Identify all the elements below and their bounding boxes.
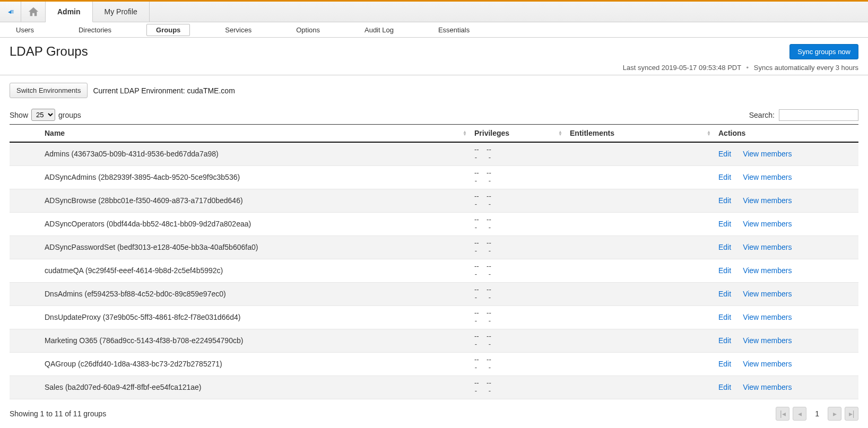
sort-icon: ▲▼ xyxy=(707,130,711,136)
table-row: QAGroup (c26dfd40-1d8a-4383-bc73-2d27b27… xyxy=(10,352,858,375)
tab-my-profile[interactable]: My Profile xyxy=(93,2,150,22)
privileges-cell: -- --- - xyxy=(471,189,567,212)
last-icon: ▸| xyxy=(849,409,855,418)
edit-link[interactable]: Edit xyxy=(718,313,731,321)
view-members-link[interactable]: View members xyxy=(743,150,792,158)
pager-last-button[interactable]: ▸| xyxy=(845,407,858,421)
view-members-link[interactable]: View members xyxy=(743,173,792,181)
entitlements-cell xyxy=(567,212,715,235)
privileges-cell: -- --- - xyxy=(471,375,567,399)
collapse-sidebar-button[interactable]: ◂≡ xyxy=(0,2,21,22)
entitlements-cell xyxy=(567,282,715,305)
prev-icon: ◂ xyxy=(798,409,802,418)
pager-first-button[interactable]: |◂ xyxy=(776,407,789,421)
edit-link[interactable]: Edit xyxy=(718,266,731,275)
table-row: ADSyncOperators (0bdf44da-bb52-48c1-bb09… xyxy=(10,212,858,235)
privileges-cell: -- --- - xyxy=(471,329,567,352)
entitlements-cell xyxy=(567,259,715,282)
entitlements-cell xyxy=(567,352,715,375)
sort-icon: ▲▼ xyxy=(463,130,467,136)
subtab-directories[interactable]: Directories xyxy=(69,24,121,36)
col-privileges[interactable]: Privileges ▲▼ xyxy=(471,125,567,143)
edit-link[interactable]: Edit xyxy=(718,290,731,298)
privileges-cell: -- --- - xyxy=(471,212,567,235)
col-actions-label: Actions xyxy=(718,129,745,137)
name-cell: ADSyncOperators (0bdf44da-bb52-48c1-bb09… xyxy=(41,212,471,235)
home-icon xyxy=(28,6,39,17)
expander-cell[interactable] xyxy=(10,189,41,212)
name-cell: Marketing O365 (786ad9cc-5143-4f38-b708-… xyxy=(41,329,471,352)
view-members-link[interactable]: View members xyxy=(743,313,792,321)
groups-table: Name ▲▼ Privileges ▲▼ Entitlements ▲▼ Ac… xyxy=(10,124,858,399)
view-members-link[interactable]: View members xyxy=(743,383,792,391)
subtab-users[interactable]: Users xyxy=(6,24,44,36)
subtab-audit-log[interactable]: Audit Log xyxy=(355,24,403,36)
name-cell: QAGroup (c26dfd40-1d8a-4383-bc73-2d27b27… xyxy=(41,352,471,375)
view-members-link[interactable]: View members xyxy=(743,243,792,251)
tab-admin[interactable]: Admin xyxy=(46,2,93,22)
sub-nav: Users Directories Groups Services Option… xyxy=(0,22,868,38)
expander-cell[interactable] xyxy=(10,352,41,375)
view-members-link[interactable]: View members xyxy=(743,220,792,228)
search-input[interactable] xyxy=(779,109,858,121)
subtab-options[interactable]: Options xyxy=(287,24,329,36)
name-cell: ADSyncAdmins (2b82939f-3895-4acb-9520-5c… xyxy=(41,165,471,189)
edit-link[interactable]: Edit xyxy=(718,336,731,345)
table-row: DnsAdmins (ef594253-bf88-4c52-bd0c-89c85… xyxy=(10,282,858,305)
col-name[interactable]: Name ▲▼ xyxy=(41,125,471,143)
subtab-groups[interactable]: Groups xyxy=(146,24,190,36)
switch-environments-button[interactable]: Switch Environments xyxy=(10,83,88,98)
home-button[interactable] xyxy=(21,2,46,22)
subtab-essentials[interactable]: Essentials xyxy=(429,24,479,36)
entitlements-cell xyxy=(567,142,715,165)
actions-cell: EditView members xyxy=(715,375,858,399)
expander-cell[interactable] xyxy=(10,375,41,399)
actions-cell: EditView members xyxy=(715,212,858,235)
actions-cell: EditView members xyxy=(715,259,858,282)
table-row: ADSyncPasswordSet (bedf3013-e128-405e-bb… xyxy=(10,235,858,259)
privileges-cell: -- --- - xyxy=(471,282,567,305)
expander-cell[interactable] xyxy=(10,282,41,305)
page-size-select[interactable]: 25 xyxy=(31,109,55,121)
view-members-link[interactable]: View members xyxy=(743,336,792,345)
sort-icon: ▲▼ xyxy=(558,130,562,136)
privileges-cell: -- --- - xyxy=(471,259,567,282)
edit-link[interactable]: Edit xyxy=(718,196,731,205)
table-row: DnsUpdateProxy (37e9b05c-5ff3-4861-8fc2-… xyxy=(10,305,858,329)
view-members-link[interactable]: View members xyxy=(743,290,792,298)
expander-cell[interactable] xyxy=(10,305,41,329)
expander-cell[interactable] xyxy=(10,235,41,259)
top-bar: ◂≡ Admin My Profile xyxy=(0,2,868,22)
edit-link[interactable]: Edit xyxy=(718,360,731,368)
pager-prev-button[interactable]: ◂ xyxy=(793,407,806,421)
expander-cell[interactable] xyxy=(10,212,41,235)
pager-next-button[interactable]: ▸ xyxy=(828,407,841,421)
view-members-link[interactable]: View members xyxy=(743,360,792,368)
sync-groups-button[interactable]: Sync groups now xyxy=(789,44,858,59)
name-cell: ADSyncBrowse (28bbc01e-f350-4609-a873-a7… xyxy=(41,189,471,212)
edit-link[interactable]: Edit xyxy=(718,243,731,251)
edit-link[interactable]: Edit xyxy=(718,173,731,181)
edit-link[interactable]: Edit xyxy=(718,150,731,158)
view-members-link[interactable]: View members xyxy=(743,196,792,205)
expander-cell[interactable] xyxy=(10,165,41,189)
expander-cell[interactable] xyxy=(10,329,41,352)
edit-link[interactable]: Edit xyxy=(718,220,731,228)
edit-link[interactable]: Edit xyxy=(718,383,731,391)
show-label-post: groups xyxy=(58,111,81,119)
page-title: LDAP Groups xyxy=(10,44,88,59)
view-members-link[interactable]: View members xyxy=(743,266,792,275)
subtab-services[interactable]: Services xyxy=(215,24,261,36)
privileges-cell: -- --- - xyxy=(471,352,567,375)
entitlements-cell xyxy=(567,165,715,189)
col-entitlements[interactable]: Entitlements ▲▼ xyxy=(567,125,715,143)
table-footer: Showing 1 to 11 of 11 groups |◂ ◂ 1 ▸ ▸| xyxy=(0,399,868,429)
privileges-cell: -- --- - xyxy=(471,305,567,329)
expander-cell[interactable] xyxy=(10,259,41,282)
expander-cell[interactable] xyxy=(10,142,41,165)
table-controls: Show 25 groups Search: xyxy=(0,106,868,124)
actions-cell: EditView members xyxy=(715,282,858,305)
name-cell: DnsAdmins (ef594253-bf88-4c52-bd0c-89c85… xyxy=(41,282,471,305)
actions-cell: EditView members xyxy=(715,352,858,375)
environment-row: Switch Environments Current LDAP Environ… xyxy=(0,75,868,106)
